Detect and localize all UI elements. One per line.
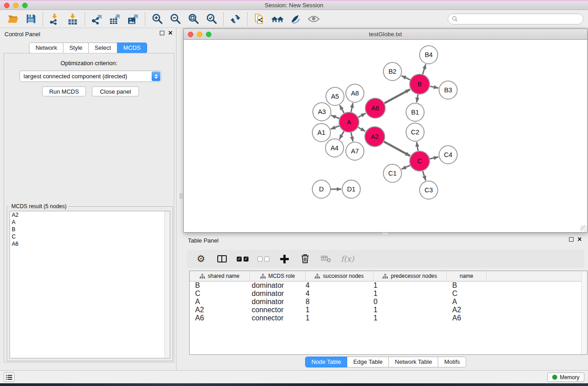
graph-edge-A-A5[interactable] [340, 105, 344, 113]
export-network-icon[interactable] [90, 11, 104, 27]
graph-edge-A-A2[interactable] [358, 127, 365, 131]
home-overview-icon[interactable] [270, 11, 285, 27]
graph-edge-A2-C[interactable] [384, 142, 410, 156]
graph-node-A2[interactable]: A2 [365, 127, 385, 147]
graph-edge-A-A8[interactable] [351, 103, 353, 112]
table-row[interactable]: A2connector11A2 [190, 306, 587, 314]
graph-edge-A-A7[interactable] [351, 133, 353, 142]
delete-columns-icon[interactable] [299, 252, 311, 266]
graph-node-B[interactable]: B [410, 74, 430, 94]
graph-node-A6[interactable]: A6 [365, 98, 385, 118]
network-documents-icon[interactable] [252, 11, 267, 27]
graph-edge-B-B3[interactable] [430, 86, 439, 88]
close-panel-icon[interactable]: × [168, 31, 172, 35]
graph-node-A7[interactable]: A7 [346, 142, 364, 160]
graph-node-A5[interactable]: A5 [326, 87, 344, 105]
zoom-out-icon[interactable] [168, 11, 182, 27]
result-list-item[interactable]: B [10, 226, 170, 233]
column-header-predecessor-nodes[interactable]: predecessor nodes [373, 271, 447, 281]
table-row[interactable]: Adominator80A [190, 298, 587, 306]
zoom-fit-icon[interactable] [186, 11, 201, 27]
result-list-item[interactable]: A2 [10, 211, 170, 219]
float-panel-icon[interactable] [160, 31, 164, 35]
column-header-MCDS-role[interactable]: MCDS role [250, 271, 306, 281]
tab-style[interactable]: Style [63, 43, 89, 53]
column-header-shared-name[interactable]: shared name [190, 271, 250, 281]
tab-node-table[interactable]: Node Table [305, 357, 348, 367]
float-panel-icon[interactable] [569, 237, 574, 242]
network-canvas[interactable]: B4B2BB3A8A5A6A3B1AC2A1A2A4A7C4CC1DD1C3 [184, 40, 587, 232]
add-column-icon[interactable] [278, 252, 290, 266]
refresh-icon[interactable] [228, 11, 243, 27]
graph-node-B4[interactable]: B4 [420, 46, 438, 64]
task-history-button[interactable] [4, 372, 14, 382]
graph-edge-B-B4[interactable] [423, 64, 426, 74]
graph-node-A4[interactable]: A4 [325, 139, 344, 157]
zoom-selected-icon[interactable] [204, 11, 219, 27]
birds-eye-view-icon[interactable] [306, 11, 321, 27]
column-header-name[interactable]: name [447, 271, 487, 281]
table-row[interactable]: A6connector11A6 [190, 314, 587, 322]
graph-edge-C-C1[interactable] [402, 165, 410, 169]
graph-edge-A-A4[interactable] [339, 131, 344, 139]
export-table-icon[interactable] [108, 11, 122, 27]
table-scrollbar[interactable] [581, 271, 587, 354]
table-settings-icon[interactable]: ⚙ [195, 252, 207, 266]
graph-edge-B-B2[interactable] [402, 76, 410, 80]
mcds-result-list[interactable]: A2ABCA6 [10, 211, 170, 358]
graph-node-B2[interactable]: B2 [383, 62, 402, 81]
result-list-scrollbar[interactable] [164, 211, 170, 358]
table-row[interactable]: Cdominator41C [190, 290, 587, 298]
network-window-titlebar[interactable]: testGlobe.txt [184, 29, 587, 40]
tab-select[interactable]: Select [89, 43, 117, 53]
graph-edge-C-C2[interactable] [416, 142, 418, 151]
export-image-icon[interactable] [126, 11, 140, 27]
graph-node-B3[interactable]: B3 [439, 81, 457, 99]
import-table-icon[interactable] [66, 11, 80, 27]
tab-edge-table[interactable]: Edge Table [347, 357, 389, 367]
result-list-item[interactable]: A [10, 219, 170, 226]
import-network-icon[interactable] [48, 11, 62, 27]
graph-edge-B-B1[interactable] [417, 95, 418, 103]
graph-node-A[interactable]: A [339, 112, 359, 132]
zoom-in-icon[interactable] [150, 11, 164, 27]
splitter-handle[interactable] [180, 193, 182, 199]
result-list-item[interactable]: A6 [10, 240, 170, 248]
graph-edge-C-C3[interactable] [423, 171, 426, 181]
search-input[interactable] [458, 16, 579, 22]
close-panel-button[interactable]: Close panel [92, 86, 139, 96]
graph-node-B1[interactable]: B1 [406, 103, 424, 121]
graph-node-C1[interactable]: C1 [383, 164, 402, 182]
graph-node-A3[interactable]: A3 [313, 103, 331, 121]
select-all-columns-icon[interactable]: ✓✓ [237, 252, 249, 266]
graph-node-D1[interactable]: D1 [342, 180, 360, 198]
tab-network-table[interactable]: Network Table [389, 357, 438, 367]
result-list-item[interactable]: C [10, 233, 170, 240]
graph-node-A8[interactable]: A8 [346, 84, 364, 102]
graph-edge-A6-B[interactable] [384, 89, 410, 103]
window-resize-grip[interactable] [580, 225, 587, 232]
graph-node-C3[interactable]: C3 [420, 181, 438, 199]
save-session-icon[interactable] [24, 11, 38, 27]
tab-network[interactable]: Network [29, 43, 63, 53]
tab-motifs[interactable]: Motifs [438, 357, 466, 367]
tab-mcds[interactable]: MCDS [117, 43, 147, 53]
graphics-details-icon[interactable] [288, 11, 303, 27]
graph-edge-A-A3[interactable] [331, 115, 339, 119]
graph-node-C2[interactable]: C2 [406, 123, 424, 141]
graph-node-D[interactable]: D [312, 180, 330, 198]
show-columns-icon[interactable] [216, 252, 228, 266]
graph-node-C[interactable]: C [410, 151, 430, 171]
memory-button[interactable]: Memory [547, 372, 584, 382]
open-session-icon[interactable] [5, 11, 20, 27]
table-row[interactable]: Bdominator41B [190, 281, 587, 290]
column-header-successor-nodes[interactable]: successor nodes [306, 271, 373, 281]
unselect-all-columns-icon[interactable] [258, 252, 269, 266]
criterion-select[interactable]: largest connected component (directed) [19, 71, 161, 82]
graph-node-A1[interactable]: A1 [312, 124, 330, 142]
graph-edge-A-A1[interactable] [331, 126, 339, 129]
run-mcds-button[interactable]: Run MCDS [42, 86, 86, 96]
graph-edge-A-A6[interactable] [358, 113, 366, 117]
graph-node-C4[interactable]: C4 [439, 146, 457, 164]
graph-edge-C-C4[interactable] [430, 157, 438, 159]
